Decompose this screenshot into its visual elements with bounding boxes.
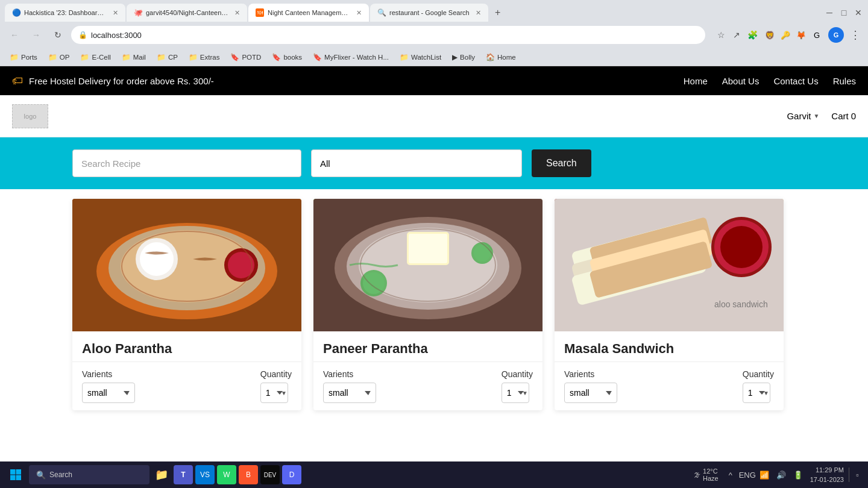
minimize-button[interactable]: ─ xyxy=(825,8,834,17)
show-desktop-button[interactable]: ▫ xyxy=(849,468,863,482)
bookmark-op[interactable]: 📁 OP xyxy=(43,51,75,63)
dropdown-arrow-icon: ▼ xyxy=(813,113,819,119)
food-cards-section: Aloo Parantha Varients small medium larg… xyxy=(0,189,868,420)
quantity-select-aloo[interactable]: 1 2 3 xyxy=(260,383,288,403)
tab-google[interactable]: 🔍 restaurant - Google Search ✕ xyxy=(370,4,488,22)
address-bar: ← → ↻ 🔒 localhost:3000 ☆ ↗ 🧩 🦁 🔑 🦊 G G ⋮ xyxy=(0,22,868,48)
bookmark-myflixer[interactable]: 🔖 MyFlixer - Watch H... xyxy=(308,51,394,63)
chevron-up-icon[interactable]: ^ xyxy=(723,468,738,482)
user-dropdown-button[interactable]: Garvit ▼ xyxy=(787,111,819,121)
quantity-select-wrap-masala: 1 2 3 ▼ xyxy=(743,383,774,403)
browser-menu-button[interactable]: ⋮ xyxy=(849,28,862,42)
bookmark-icon: 🔖 xyxy=(230,53,239,61)
taskbar-brave-icon[interactable]: B xyxy=(239,465,258,484)
paneer-parantha-image-svg xyxy=(313,199,542,331)
taskbar-devto-icon[interactable]: DEV xyxy=(260,465,280,484)
new-tab-button[interactable]: + xyxy=(489,4,506,21)
maximize-button[interactable]: □ xyxy=(839,8,849,17)
folder-icon: 📁 xyxy=(189,53,198,61)
quantity-select-paneer[interactable]: 1 2 3 xyxy=(502,383,529,403)
nav-rules[interactable]: Rules xyxy=(833,76,856,86)
announcement-bar: 🏷 Free Hostel Delivery for order above R… xyxy=(0,66,868,95)
search-button[interactable]: Search xyxy=(532,149,591,177)
tab-close-google[interactable]: ✕ xyxy=(476,9,481,17)
bookmark-label: CP xyxy=(168,54,178,61)
bookmark-ecell[interactable]: 📁 E-Cell xyxy=(75,51,115,63)
bookmark-extras[interactable]: 📁 Extras xyxy=(184,51,225,63)
back-button[interactable]: ← xyxy=(6,27,23,43)
tab-close-github[interactable]: ✕ xyxy=(234,9,240,17)
nav-about-us[interactable]: About Us xyxy=(722,76,760,86)
navbar-right: Garvit ▼ Cart 0 xyxy=(787,111,856,121)
profile-button[interactable]: G xyxy=(828,27,844,43)
taskbar-whatsapp-icon[interactable]: W xyxy=(217,465,236,484)
lock-icon: 🔒 xyxy=(78,31,87,39)
bookmark-potd[interactable]: 🔖 POTD xyxy=(225,51,266,63)
battery-icon[interactable]: 🔋 xyxy=(791,468,805,482)
tab-close-canteen[interactable]: ✕ xyxy=(356,9,362,17)
wifi-icon[interactable]: 📶 xyxy=(757,468,772,482)
taskbar-file-explorer-icon[interactable]: 📁 xyxy=(152,465,171,484)
forward-button[interactable]: → xyxy=(28,27,45,43)
bookmark-label: Home xyxy=(497,54,516,61)
variants-select-paneer[interactable]: small medium large xyxy=(323,383,376,403)
tag-icon: 🏷 xyxy=(12,75,23,87)
aloo-parantha-image-svg xyxy=(72,199,301,331)
tab-close-hackistica[interactable]: ✕ xyxy=(113,9,118,17)
quantity-select-wrap-aloo: 1 2 3 ▼ xyxy=(260,383,292,403)
bookmark-label: MyFlixer - Watch H... xyxy=(324,54,389,61)
cart-button[interactable]: Cart 0 xyxy=(831,111,856,121)
bookmark-cp[interactable]: 📁 CP xyxy=(152,51,183,63)
share-icon[interactable]: ↗ xyxy=(731,29,743,41)
bookmark-bolly[interactable]: ▶ Bolly xyxy=(447,51,480,63)
extension-icons: 🦁 🔑 🦊 G xyxy=(763,28,823,42)
reload-button[interactable]: ↻ xyxy=(49,27,66,43)
food-details-masala-sandwich: Varients small medium large ▼ Quantity xyxy=(555,362,784,410)
nav-home[interactable]: Home xyxy=(684,76,708,86)
svg-rect-33 xyxy=(10,475,16,481)
bookmark-ports[interactable]: 📁 Ports xyxy=(5,51,42,63)
extensions-icon[interactable]: 🧩 xyxy=(746,29,758,41)
metamask-icon[interactable]: 🦊 xyxy=(794,28,808,42)
start-button[interactable] xyxy=(5,464,27,486)
bookmark-icons: ☆ ↗ 🧩 xyxy=(715,29,758,41)
taskbar: 🔍 Search 📁 T VS W B DEV D 🌫 12°C Haze xyxy=(0,461,868,488)
weather-temp: 12°C xyxy=(703,468,719,475)
time-display: 11:29 PM xyxy=(810,465,844,475)
svg-rect-31 xyxy=(10,469,16,475)
cart-count: 0 xyxy=(851,111,856,121)
brave-shield-icon[interactable]: 🦁 xyxy=(763,28,776,42)
url-bar[interactable]: 🔒 localhost:3000 xyxy=(71,26,705,44)
tab-title-github: garvit4540/Night-Canteen-App xyxy=(146,9,228,16)
food-title-aloo-parantha: Aloo Parantha xyxy=(72,331,301,362)
taskbar-teams-icon[interactable]: T xyxy=(174,465,193,484)
category-dropdown[interactable]: All Parantha Sandwich Maggi Snacks xyxy=(311,149,522,177)
taskbar-clock[interactable]: 11:29 PM 17-01-2023 xyxy=(810,465,844,485)
close-button[interactable]: ✕ xyxy=(854,8,863,17)
taskbar-vscode-icon[interactable]: VS xyxy=(195,465,215,484)
volume-icon[interactable]: 🔊 xyxy=(774,468,788,482)
bookmark-label: OP xyxy=(60,54,70,61)
password-icon[interactable]: 🔑 xyxy=(779,28,792,42)
grammarly-icon[interactable]: G xyxy=(810,28,823,42)
bookmark-label: Ports xyxy=(21,54,37,61)
variants-select-aloo[interactable]: small medium large xyxy=(82,383,135,403)
tab-favicon-canteen: 🍽 xyxy=(256,8,264,17)
food-image-aloo-parantha xyxy=(72,199,301,331)
bookmark-mail[interactable]: 📁 Mail xyxy=(117,51,151,63)
bookmark-star-icon[interactable]: ☆ xyxy=(715,29,727,41)
search-recipe-input[interactable] xyxy=(72,149,301,177)
taskbar-search-bar[interactable]: 🔍 Search xyxy=(29,465,149,484)
variants-select-masala[interactable]: small medium large xyxy=(564,383,617,403)
bookmark-home[interactable]: 🏠 Home xyxy=(481,51,521,63)
home-icon: 🏠 xyxy=(486,53,495,61)
nav-contact-us[interactable]: Contact Us xyxy=(773,76,818,86)
tab-github[interactable]: 🐙 garvit4540/Night-Canteen-App ✕ xyxy=(127,4,247,22)
bookmark-books[interactable]: 🔖 books xyxy=(267,51,307,63)
quantity-select-masala[interactable]: 1 2 3 xyxy=(743,383,770,403)
tab-hackistica[interactable]: 🔵 Hackistica '23: Dashboard | Dev... ✕ xyxy=(5,4,125,22)
taskbar-discord-icon[interactable]: D xyxy=(282,465,301,484)
svg-point-29 xyxy=(720,226,763,268)
bookmark-watchlist[interactable]: 📁 WatchList xyxy=(395,51,446,63)
tab-canteen-active[interactable]: 🍽 Night Canteen Management App ✕ xyxy=(248,4,369,22)
